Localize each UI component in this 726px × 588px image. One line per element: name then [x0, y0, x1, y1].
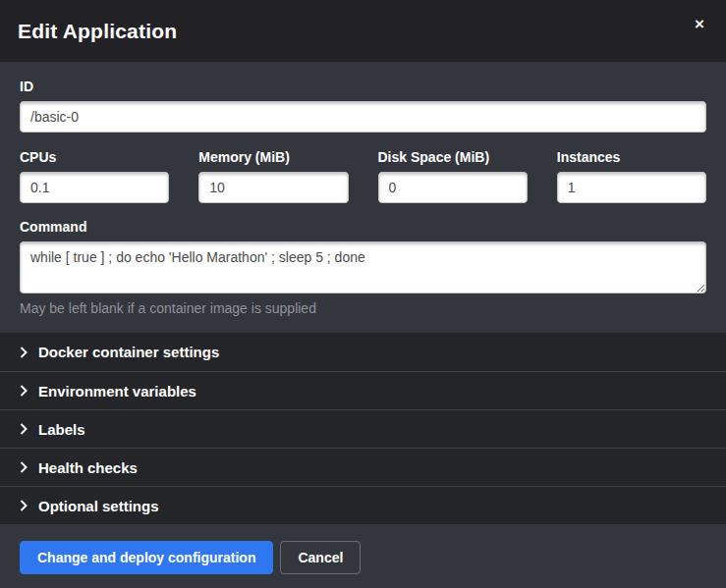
- chevron-right-icon: [20, 500, 28, 511]
- cpus-label: CPUs: [20, 149, 169, 165]
- instances-label: Instances: [557, 149, 706, 165]
- id-label: ID: [20, 79, 706, 94]
- disk-label: Disk Space (MiB): [378, 149, 528, 165]
- section-label: Labels: [38, 421, 85, 438]
- application-form: ID CPUs Memory (MiB) Disk Space (MiB) In…: [0, 62, 726, 333]
- modal-footer: Change and deploy configuration Cancel: [0, 524, 726, 588]
- section-label: Health checks: [38, 459, 138, 476]
- section-docker-container-settings[interactable]: Docker container settings: [0, 333, 726, 371]
- command-textarea[interactable]: while [ true ] ; do echo 'Hello Marathon…: [20, 241, 706, 294]
- chevron-right-icon: [20, 423, 28, 435]
- close-icon[interactable]: ×: [691, 14, 708, 34]
- disk-field-group: Disk Space (MiB): [378, 149, 528, 203]
- id-field-group: ID: [20, 79, 706, 133]
- chevron-right-icon: [20, 347, 28, 358]
- resources-row: CPUs Memory (MiB) Disk Space (MiB) Insta…: [20, 149, 706, 203]
- memory-label: Memory (MiB): [198, 149, 348, 165]
- section-optional-settings[interactable]: Optional settings: [0, 486, 726, 524]
- cpus-input[interactable]: [20, 172, 169, 203]
- disk-input[interactable]: [378, 172, 528, 203]
- change-and-deploy-button[interactable]: Change and deploy configuration: [20, 541, 273, 574]
- instances-field-group: Instances: [557, 149, 706, 203]
- command-label: Command: [20, 219, 706, 235]
- section-label: Environment variables: [38, 383, 196, 400]
- modal-header: Edit Application ×: [0, 0, 726, 62]
- cancel-button[interactable]: Cancel: [280, 541, 361, 574]
- chevron-right-icon: [20, 461, 28, 473]
- command-field-group: Command while [ true ] ; do echo 'Hello …: [20, 219, 706, 316]
- id-input[interactable]: [20, 101, 706, 133]
- chevron-right-icon: [20, 385, 28, 397]
- page-title: Edit Application: [18, 20, 177, 43]
- edit-application-modal: Edit Application × ID CPUs Memory (MiB) …: [0, 0, 726, 588]
- section-label: Docker container settings: [38, 344, 219, 360]
- cpus-field-group: CPUs: [20, 149, 169, 203]
- collapsible-sections: Docker container settings Environment va…: [0, 333, 726, 524]
- command-help-text: May be left blank if a container image i…: [20, 300, 706, 316]
- instances-input[interactable]: [557, 172, 706, 203]
- section-health-checks[interactable]: Health checks: [0, 448, 726, 486]
- section-label: Optional settings: [38, 498, 159, 514]
- section-labels[interactable]: Labels: [0, 409, 726, 448]
- section-environment-variables[interactable]: Environment variables: [0, 371, 726, 409]
- memory-field-group: Memory (MiB): [198, 149, 348, 203]
- memory-input[interactable]: [198, 172, 348, 203]
